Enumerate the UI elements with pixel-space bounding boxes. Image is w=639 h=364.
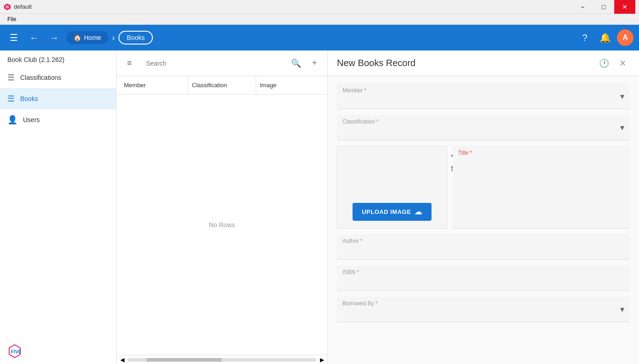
borrowed-by-field[interactable]: Borrowed By * ▾ bbox=[337, 297, 630, 322]
image-section: ✏ 🗑 UPLOAD IMAGE ☁ bbox=[337, 146, 447, 229]
user-avatar[interactable]: A bbox=[617, 29, 633, 46]
member-field[interactable]: Member * ▾ bbox=[337, 84, 630, 109]
scroll-track[interactable] bbox=[128, 358, 316, 362]
list-headers: Member Classification Image bbox=[117, 76, 327, 95]
column-header-classification: Classification bbox=[188, 76, 256, 94]
detail-panel: New Books Record 🕐 ✕ Member * ▾ Classifi… bbox=[328, 50, 639, 364]
notification-button[interactable]: 🔔 bbox=[597, 29, 613, 46]
sidebar-item-users[interactable]: 👤 Users bbox=[0, 109, 116, 130]
add-icon: + bbox=[312, 58, 317, 68]
app-icon bbox=[4, 3, 11, 11]
member-dropdown-icon: ▾ bbox=[620, 91, 624, 101]
home-button[interactable]: 🏠 Home bbox=[66, 31, 108, 44]
author-field-label: Author * bbox=[342, 238, 362, 244]
author-field[interactable]: Author * bbox=[337, 234, 630, 260]
list-empty-state: No Rows bbox=[117, 95, 327, 355]
isbn-field[interactable]: ISBN * bbox=[337, 265, 630, 291]
sidebar: Book Club (2.1.262) ☰ Classifications ☰ … bbox=[0, 50, 117, 364]
hamburger-menu-button[interactable]: ☰ bbox=[6, 29, 22, 46]
empty-message: No Rows bbox=[209, 221, 235, 229]
app-header-title: Book Club (2.1.262) bbox=[0, 50, 116, 67]
classification-field-label: Classification * bbox=[342, 118, 379, 125]
borrowed-by-dropdown-icon: ▾ bbox=[620, 304, 624, 314]
app-title-label: Book Club (2.1.262) bbox=[7, 56, 65, 63]
home-icon: 🏠 bbox=[73, 34, 81, 41]
back-icon: ← bbox=[29, 33, 39, 43]
close-button[interactable]: ✕ bbox=[614, 0, 635, 14]
add-record-button[interactable]: + bbox=[307, 56, 322, 71]
breadcrumb-arrow: › bbox=[112, 33, 115, 43]
history-icon: 🕐 bbox=[599, 58, 609, 68]
nav-right: ? 🔔 A bbox=[577, 29, 633, 46]
books-icon: ☰ bbox=[7, 94, 15, 104]
column-header-member: Member bbox=[120, 76, 188, 94]
list-panel: ≡ 🔍 + Member Classification Image No Row… bbox=[117, 50, 328, 364]
help-icon: ? bbox=[582, 33, 587, 43]
upload-image-label: UPLOAD IMAGE bbox=[362, 208, 411, 215]
bell-icon: 🔔 bbox=[600, 32, 611, 43]
sidebar-item-classifications[interactable]: ☰ Classifications bbox=[0, 67, 116, 88]
column-header-image: Image bbox=[256, 76, 324, 94]
close-icon: ✕ bbox=[619, 58, 626, 68]
classification-field[interactable]: Classification * ▾ bbox=[337, 115, 630, 140]
classifications-icon: ☰ bbox=[7, 73, 15, 83]
app-body: Book Club (2.1.262) ☰ Classifications ☰ … bbox=[0, 50, 639, 364]
five-logo-icon: FIVE bbox=[7, 344, 22, 358]
upload-image-button[interactable]: UPLOAD IMAGE ☁ bbox=[353, 203, 432, 221]
scroll-right-button[interactable]: ▶ bbox=[318, 356, 325, 364]
home-label: Home bbox=[84, 34, 101, 41]
forward-button[interactable]: → bbox=[46, 29, 62, 46]
minimize-button[interactable]: − bbox=[572, 0, 593, 14]
image-placeholder: ✏ 🗑 UPLOAD IMAGE ☁ bbox=[337, 146, 447, 229]
forward-icon: → bbox=[50, 33, 59, 43]
sidebar-footer: FIVE bbox=[0, 338, 116, 364]
back-button[interactable]: ← bbox=[26, 29, 42, 46]
sidebar-item-label-books: Books bbox=[20, 95, 38, 102]
classification-dropdown-icon: ▾ bbox=[620, 123, 624, 133]
search-icon: 🔍 bbox=[291, 58, 301, 68]
hamburger-icon: ☰ bbox=[10, 32, 18, 43]
list-toolbar: ≡ 🔍 + bbox=[117, 50, 327, 76]
help-button[interactable]: ? bbox=[577, 29, 593, 46]
member-field-label: Member * bbox=[342, 87, 366, 94]
scroll-left-button[interactable]: ◀ bbox=[118, 356, 126, 364]
menu-bar: File bbox=[0, 14, 639, 25]
scroll-thumb[interactable] bbox=[146, 358, 222, 362]
history-button[interactable]: 🕐 bbox=[597, 56, 611, 71]
borrowed-by-field-label: Borrowed By * bbox=[342, 300, 378, 307]
users-icon: 👤 bbox=[7, 115, 17, 125]
title-field-label: Title * bbox=[458, 150, 472, 156]
filter-icon: ≡ bbox=[127, 58, 132, 68]
sidebar-item-label-classifications: Classifications bbox=[20, 74, 61, 81]
cloud-upload-icon: ☁ bbox=[415, 207, 422, 216]
close-detail-button[interactable]: ✕ bbox=[615, 56, 630, 71]
isbn-field-label: ISBN * bbox=[342, 269, 359, 275]
app-title: default bbox=[14, 3, 32, 10]
search-button[interactable]: 🔍 bbox=[289, 56, 303, 71]
title-bar: default − □ ✕ bbox=[0, 0, 639, 14]
detail-header: New Books Record 🕐 ✕ bbox=[328, 50, 639, 76]
file-menu[interactable]: File bbox=[4, 15, 20, 23]
sidebar-item-books[interactable]: ☰ Books bbox=[0, 88, 116, 109]
books-nav-button[interactable]: Books bbox=[118, 31, 153, 45]
detail-panel-title: New Books Record bbox=[337, 58, 593, 68]
horizontal-scrollbar[interactable]: ◀ ▶ bbox=[117, 355, 327, 364]
nav-bar: ☰ ← → 🏠 Home › Books ? 🔔 A bbox=[0, 25, 639, 50]
sidebar-item-label-users: Users bbox=[23, 116, 40, 123]
search-input[interactable] bbox=[140, 55, 285, 72]
maximize-button[interactable]: □ bbox=[593, 0, 614, 14]
avatar-letter: A bbox=[622, 34, 628, 42]
window-controls: − □ ✕ bbox=[572, 0, 635, 14]
detail-body: Member * ▾ Classification * ▾ ✏ bbox=[328, 76, 639, 364]
image-title-row: ✏ 🗑 UPLOAD IMAGE ☁ Title * bbox=[337, 146, 630, 229]
filter-button[interactable]: ≡ bbox=[122, 56, 137, 71]
title-label-text: Title * bbox=[458, 150, 472, 156]
svg-text:FIVE: FIVE bbox=[11, 349, 22, 354]
title-section[interactable]: Title * bbox=[453, 146, 630, 229]
